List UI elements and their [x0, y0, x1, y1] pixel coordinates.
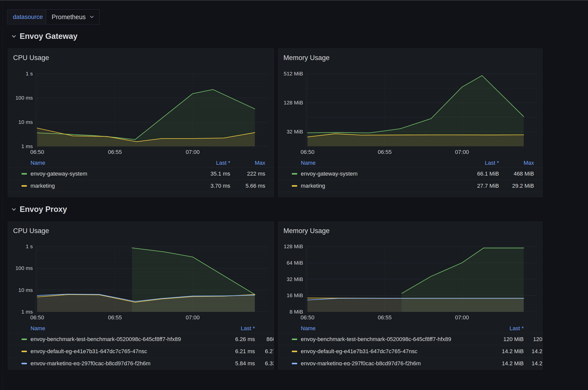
legend-last-value: 6.21 ms: [235, 348, 255, 355]
legend-last-value: 5.84 ms: [235, 360, 255, 366]
legend-header-row: NameLast *Max: [278, 324, 542, 333]
legend-row: envoy-benchmark-test-benchmark-0520098c-…: [278, 333, 542, 345]
y-axis-tick-label: 32 MiB: [278, 276, 303, 282]
legend-series-name[interactable]: envoy-benchmark-test-benchmark-0520098c-…: [31, 336, 181, 343]
section-header-envoy-gateway[interactable]: Envoy Gateway: [12, 32, 77, 41]
x-axis-tick-label: 07:00: [455, 149, 469, 155]
datasource-variable-dropdown[interactable]: Prometheus: [46, 9, 100, 24]
datasource-variable-label[interactable]: datasource: [7, 9, 49, 24]
x-axis-tick-label: 07:00: [455, 314, 469, 321]
panel-envoy-gateway-memory-usage: Memory Usage512 MiB128 MiB32 MiB06:5006:…: [278, 48, 543, 197]
legend-row: envoy-default-eg-e41e7b31-647dc7c765-47n…: [278, 345, 542, 357]
legend-column-name[interactable]: Name: [301, 160, 316, 166]
y-axis-tick-label: 1 ms: [8, 143, 33, 149]
panel-envoy-gateway-cpu-usage: CPU Usage1 s100 ms10 ms1 ms06:5006:5507:…: [8, 48, 274, 197]
legend-column-last[interactable]: Last *: [216, 160, 230, 166]
legend-max-value: 5.66 ms: [246, 183, 265, 189]
legend-max-value: 6.27 ms: [265, 348, 274, 355]
y-axis-tick-label: 128 MiB: [278, 243, 303, 249]
legend-row: envoy-default-eg-e41e7b31-647dc7c765-47n…: [8, 345, 274, 357]
series-color-marker-icon: [21, 185, 27, 187]
legend-last-value: 14.2 MiB: [502, 360, 524, 366]
series-color-marker-icon: [21, 339, 27, 340]
legend-max-value: 860 ms: [267, 336, 274, 343]
x-axis-tick-label: 06:50: [301, 149, 314, 155]
legend-column-max[interactable]: Max: [255, 160, 265, 166]
legend-table: NameLast *Maxenvoy-gateway-system66.1 Mi…: [278, 158, 542, 193]
x-axis-tick-label: 06:55: [378, 314, 392, 321]
section-title: Envoy Gateway: [20, 32, 77, 41]
legend-last-value: 27.7 MiB: [477, 183, 499, 189]
y-axis-tick-label: 1 s: [8, 243, 33, 249]
chevron-down-icon: [12, 208, 16, 211]
legend-row: envoy-gateway-system35.1 ms222 ms: [8, 168, 274, 180]
y-axis-tick-label: 128 MiB: [278, 100, 303, 106]
legend-table: NameLast *Maxenvoy-benchmark-test-benchm…: [278, 324, 542, 366]
legend-header-row: NameLast *Max: [278, 158, 542, 168]
legend-series-name[interactable]: envoy-benchmark-test-benchmark-0520098c-…: [301, 336, 451, 343]
legend-last-value: 120 MiB: [503, 336, 524, 343]
legend-series-name[interactable]: envoy-default-eg-e41e7b31-647dc7c765-47n…: [301, 348, 417, 355]
legend-column-name[interactable]: Name: [31, 160, 45, 166]
section-header-envoy-proxy[interactable]: Envoy Proxy: [12, 205, 67, 214]
legend-last-value: 35.1 ms: [211, 171, 230, 177]
y-axis-tick-label: 8 MiB: [278, 309, 303, 315]
x-axis-tick-label: 07:00: [186, 149, 200, 155]
legend-column-name[interactable]: Name: [301, 325, 316, 332]
legend-series-name[interactable]: marketing: [301, 183, 325, 189]
legend-column-last[interactable]: Last *: [485, 160, 499, 166]
series-color-marker-icon: [292, 351, 297, 352]
window-top-strip: [0, 0, 588, 1]
x-axis-tick-label: 06:55: [378, 149, 392, 155]
series-color-marker-icon: [292, 185, 297, 187]
x-axis-tick-label: 06:50: [301, 314, 314, 321]
legend-last-value: 14.2 MiB: [502, 348, 524, 355]
datasource-label-text: datasource: [13, 13, 43, 20]
series-area-yellow: [308, 134, 524, 146]
y-axis-tick-label: 64 MiB: [278, 260, 303, 266]
series-area-blue: [308, 298, 524, 312]
legend-last-value: 3.70 ms: [211, 183, 230, 189]
legend-max-value: 120 MiB: [533, 336, 542, 343]
y-axis-tick-label: 16 MiB: [278, 292, 303, 298]
series-color-marker-icon: [292, 363, 297, 364]
legend-column-last[interactable]: Last *: [510, 325, 524, 332]
legend-header-row: NameLast *Max: [8, 324, 274, 333]
section-title: Envoy Proxy: [20, 205, 67, 214]
series-color-marker-icon: [292, 173, 297, 175]
legend-last-value: 66.1 MiB: [477, 171, 499, 177]
legend-series-name[interactable]: envoy-gateway-system: [301, 171, 358, 177]
legend-series-name[interactable]: envoy-marketing-eg-297f0cac-b8cd97d76-f2…: [31, 360, 151, 366]
y-axis-tick-label: 1 ms: [8, 309, 33, 315]
legend-series-name[interactable]: envoy-gateway-system: [31, 171, 87, 177]
y-axis-tick-label: 32 MiB: [278, 129, 303, 135]
legend-series-name[interactable]: envoy-marketing-eg-297f0cac-b8cd97d76-f2…: [301, 360, 421, 366]
legend-column-name[interactable]: Name: [31, 325, 45, 332]
legend-series-name[interactable]: marketing: [31, 183, 55, 189]
legend-column-last[interactable]: Last *: [241, 325, 255, 332]
x-axis-tick-label: 06:50: [30, 149, 44, 155]
legend-table: NameLast *Maxenvoy-gateway-system35.1 ms…: [8, 158, 274, 193]
series-color-marker-icon: [292, 339, 297, 340]
y-axis-tick-label: 10 ms: [8, 119, 33, 125]
y-axis-tick-label: 1 s: [8, 71, 33, 77]
legend-last-value: 6.26 ms: [235, 336, 255, 343]
series-color-marker-icon: [21, 173, 27, 175]
legend-header-row: NameLast *Max: [8, 158, 274, 168]
series-color-marker-icon: [21, 363, 27, 364]
y-axis-tick-label: 100 ms: [8, 265, 33, 271]
chevron-down-icon: [90, 16, 94, 18]
datasource-value-text: Prometheus: [52, 13, 86, 21]
legend-table: NameLast *Maxenvoy-benchmark-test-benchm…: [8, 324, 274, 366]
panel-envoy-proxy-cpu-usage: CPU Usage1 s100 ms10 ms1 ms06:5006:5507:…: [8, 221, 274, 370]
legend-max-value: 222 ms: [247, 171, 265, 177]
x-axis-tick-label: 06:50: [30, 314, 44, 321]
legend-series-name[interactable]: envoy-default-eg-e41e7b31-647dc7c765-47n…: [31, 348, 147, 355]
y-axis-tick-label: 512 MiB: [278, 71, 303, 77]
legend-column-max[interactable]: Max: [523, 160, 534, 166]
y-axis-tick-label: 10 ms: [8, 287, 33, 293]
legend-max-value: 29.2 MiB: [512, 183, 534, 189]
legend-row: envoy-marketing-eg-297f0cac-b8cd97d76-f2…: [8, 357, 274, 366]
chevron-down-icon: [12, 35, 16, 38]
x-axis-tick-label: 07:00: [186, 314, 200, 321]
